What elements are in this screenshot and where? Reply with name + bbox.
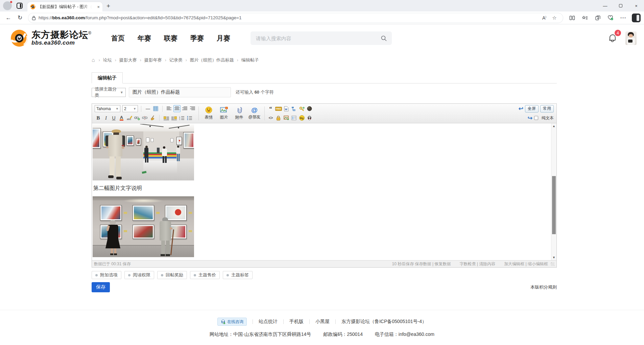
insert-album-icon[interactable] — [283, 115, 290, 122]
browser-tab[interactable]: 【新提醒】编辑帖子 - 图片（组照 × — [27, 2, 102, 11]
nav-item-league[interactable]: 联赛 — [164, 34, 177, 43]
footer-link-blackroom[interactable]: 小黑屋 — [315, 319, 330, 325]
back-icon[interactable]: ← — [3, 15, 14, 21]
footer-link-stats[interactable]: 站点统计 — [259, 319, 278, 325]
search-icon[interactable] — [381, 35, 387, 42]
scroll-up-icon[interactable]: ▲ — [551, 124, 556, 128]
redo-icon[interactable]: ↪ — [528, 115, 532, 121]
online-consult-button[interactable]: 在线咨询 — [217, 318, 247, 326]
font-size-select[interactable]: 2▼ — [122, 105, 138, 112]
option-extra[interactable]: 附加选项 — [92, 271, 121, 279]
read-aloud-icon[interactable]: A) — [539, 15, 549, 21]
blockquote-icon[interactable]: “ — [267, 105, 274, 112]
common-mode-button[interactable]: 常用 — [540, 105, 554, 113]
option-thread-price[interactable]: 主题售价 — [190, 271, 220, 279]
split-screen-icon[interactable] — [566, 15, 578, 21]
breadcrumb-contest[interactable]: 摄影大赛 — [119, 57, 137, 63]
nav-item-monthly[interactable]: 月赛 — [217, 34, 230, 43]
ordered-list-icon[interactable]: 123 — [178, 115, 185, 122]
wordcount-clear-links[interactable]: 字数检查 | 清除内容 — [459, 261, 495, 267]
new-tab-button[interactable]: + — [106, 3, 110, 9]
permission-key-icon[interactable] — [298, 105, 305, 112]
bold-icon[interactable]: B — [95, 115, 102, 122]
insert-image-button[interactable]: i 图片 — [216, 104, 232, 123]
breadcrumb-annual[interactable]: 摄影年赛 — [144, 57, 162, 63]
word-doc-icon[interactable]: W — [283, 105, 290, 112]
nav-item-annual[interactable]: 年赛 — [138, 34, 151, 43]
browser-essentials-icon[interactable] — [605, 15, 616, 21]
mention-friend-button[interactable]: @ @朋友 — [247, 104, 262, 123]
image-float-right-icon[interactable] — [170, 115, 177, 122]
sitemap-icon[interactable] — [290, 105, 297, 112]
tab-edit-post[interactable]: 编辑帖子 — [92, 72, 123, 83]
footer-link-icp[interactable]: 东方摄影论坛（鲁ICP备05005101号-4） — [341, 319, 427, 325]
plaintext-checkbox[interactable] — [534, 116, 538, 120]
site-logo[interactable]: 东方摄影论坛® bbs.ea360.com — [10, 29, 92, 47]
remove-link-icon[interactable] — [141, 115, 148, 122]
float-left-icon[interactable] — [166, 105, 173, 112]
url-field[interactable]: https://bbs.ea360.com/forum.php?mod=post… — [28, 13, 563, 23]
insert-table-icon[interactable] — [152, 105, 159, 112]
free-stamp-icon[interactable]: FREE — [275, 105, 282, 112]
window-maximize-button[interactable] — [613, 0, 628, 11]
globe-dark-icon[interactable] — [306, 105, 313, 112]
undo-icon[interactable]: ↩ — [519, 106, 523, 112]
tab-close-icon[interactable]: × — [97, 5, 100, 9]
home-icon[interactable]: ⌂ — [92, 57, 95, 63]
option-thread-tags[interactable]: 主题标签 — [223, 271, 253, 279]
horizontal-rule-icon[interactable]: — — [144, 105, 151, 112]
unordered-list-icon[interactable] — [186, 115, 193, 122]
settings-more-icon[interactable]: ··· — [618, 15, 629, 21]
favorites-icon[interactable] — [579, 15, 591, 21]
insert-link-icon[interactable] — [134, 115, 141, 122]
window-close-button[interactable]: × — [628, 0, 644, 11]
resize-grip-icon[interactable] — [551, 262, 554, 266]
editor-content-area[interactable]: 第二幅图片文字说明 — [92, 123, 556, 260]
resize-editor-links[interactable]: 加大编辑框 | 缩小编辑框 — [504, 261, 548, 267]
clear-format-broom-icon[interactable] — [149, 115, 156, 122]
option-read-permission[interactable]: 阅读权限 — [124, 271, 154, 279]
option-reply-reward[interactable]: 回帖奖励 — [157, 271, 187, 279]
align-justify-icon[interactable] — [189, 105, 196, 112]
smiley-button[interactable]: 表情 — [201, 104, 216, 123]
italic-icon[interactable]: I — [102, 115, 110, 122]
spellcheck-pencil-icon[interactable]: abc — [126, 115, 133, 122]
font-family-select[interactable]: Tahoma▼ — [95, 105, 120, 112]
category-select[interactable]: 选择主题分类▼ — [92, 88, 126, 97]
font-color-icon[interactable]: A — [118, 115, 125, 122]
post-title-input[interactable] — [129, 87, 231, 97]
search-input[interactable] — [255, 35, 381, 42]
attachment-button[interactable]: 附件 — [232, 104, 247, 123]
align-right-icon[interactable] — [181, 105, 188, 112]
image-float-left-icon[interactable] — [163, 115, 170, 122]
image-caption-text[interactable]: 第二幅图片文字说明 — [93, 185, 142, 192]
collections-icon[interactable] — [592, 15, 603, 21]
breadcrumb-thread[interactable]: 图片（组照）作品标题 — [190, 57, 234, 63]
sidebar-toggle-icon[interactable] — [632, 14, 641, 22]
scroll-down-icon[interactable]: ▼ — [551, 255, 556, 260]
save-data-links[interactable]: 10 秒后保存 保存数据 | 恢复数据 — [392, 261, 451, 267]
footer-link-mobile[interactable]: 手机版 — [289, 319, 304, 325]
fullscreen-button[interactable]: 全屏 — [525, 105, 539, 113]
qq-icon[interactable] — [306, 115, 313, 122]
underline-icon[interactable]: U — [110, 115, 117, 122]
nav-item-season[interactable]: 季赛 — [190, 34, 204, 43]
scrollbar-thumb[interactable] — [552, 176, 556, 234]
breadcrumb-forum[interactable]: 论坛 — [103, 57, 112, 63]
editor-scrollbar[interactable]: ▲ ▼ — [551, 123, 556, 260]
refresh-icon[interactable]: ↻ — [15, 14, 25, 21]
board-credit-rules-link[interactable]: 本版积分规则 — [530, 284, 557, 290]
breadcrumb-category[interactable]: 记录类 — [169, 57, 183, 63]
browser-profile-icon[interactable] — [3, 1, 12, 10]
notification-bell[interactable]: 4 — [608, 33, 618, 44]
nav-item-home[interactable]: 首页 — [111, 34, 125, 43]
background-color-icon[interactable]: Bg — [298, 115, 305, 122]
password-lock-icon[interactable] — [275, 115, 282, 122]
code-icon[interactable]: <> — [267, 115, 274, 122]
workspaces-icon[interactable] — [17, 3, 23, 9]
save-button[interactable]: 保存 — [92, 282, 110, 292]
align-center-icon[interactable] — [173, 105, 181, 112]
page-columns-icon[interactable] — [290, 115, 297, 122]
user-avatar[interactable] — [625, 31, 637, 45]
favorite-star-icon[interactable]: ☆ — [549, 15, 559, 21]
